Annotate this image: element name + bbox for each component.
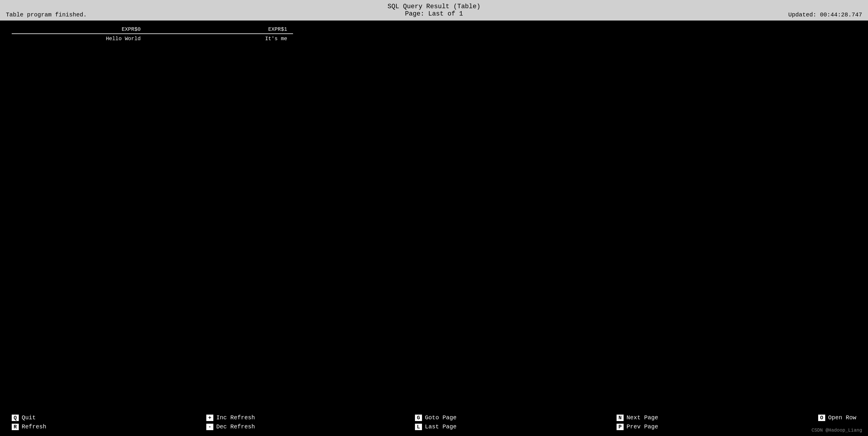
- footer-item-quit[interactable]: Q Quit: [12, 414, 46, 421]
- footer-group-goto-last: G Goto Page L Last Page: [415, 414, 457, 430]
- watermark: CSDN @Hadoop_Liang: [811, 428, 862, 433]
- label-next-page: Next Page: [626, 414, 658, 421]
- footer-item-next-page[interactable]: N Next Page: [617, 414, 658, 421]
- header-title: SQL Query Result (Table): [388, 3, 480, 10]
- table-divider: [12, 33, 293, 34]
- label-quit: Quit: [22, 414, 36, 421]
- cell-0-0: Hello World: [12, 36, 158, 41]
- header: SQL Query Result (Table) Page: Last of 1…: [0, 0, 868, 21]
- footer-group-open-row: O Open Row: [818, 414, 856, 421]
- footer-item-dec-refresh[interactable]: - Dec Refresh: [206, 424, 255, 430]
- footer: Q Quit R Refresh + Inc Refresh - Dec Ref…: [0, 408, 868, 436]
- key-p: P: [617, 424, 624, 430]
- key-plus: +: [206, 415, 213, 421]
- footer-item-prev-page[interactable]: P Prev Page: [617, 424, 658, 430]
- footer-group-next-prev: N Next Page P Prev Page: [617, 414, 658, 430]
- header-updated: Updated: 00:44:28.747: [788, 11, 862, 18]
- label-dec-refresh: Dec Refresh: [216, 424, 255, 430]
- label-goto-page: Goto Page: [425, 414, 457, 421]
- table-header-row: EXPR$0 EXPR$1: [12, 26, 856, 32]
- footer-group-quit-refresh: Q Quit R Refresh: [12, 414, 46, 430]
- col0-header: EXPR$0: [12, 26, 158, 32]
- label-refresh: Refresh: [22, 424, 46, 430]
- cell-0-1: It's me: [158, 36, 305, 41]
- label-last-page: Last Page: [425, 424, 457, 430]
- key-l: L: [415, 424, 422, 430]
- key-n: N: [617, 415, 624, 421]
- footer-item-goto-page[interactable]: G Goto Page: [415, 414, 457, 421]
- footer-item-refresh[interactable]: R Refresh: [12, 424, 46, 430]
- header-status: Table program finished.: [6, 11, 87, 18]
- key-g: G: [415, 415, 422, 421]
- key-o: O: [818, 415, 825, 421]
- table-area: EXPR$0 EXPR$1 Hello World It's me: [0, 21, 868, 48]
- col1-header: EXPR$1: [158, 26, 305, 32]
- key-minus: -: [206, 424, 213, 430]
- key-r: R: [12, 424, 19, 430]
- table-row: Hello World It's me: [12, 36, 856, 41]
- footer-item-inc-refresh[interactable]: + Inc Refresh: [206, 414, 255, 421]
- footer-item-last-page[interactable]: L Last Page: [415, 424, 457, 430]
- header-page: Page: Last of 1: [405, 10, 463, 18]
- label-open-row: Open Row: [828, 414, 856, 421]
- footer-item-open-row[interactable]: O Open Row: [818, 414, 856, 421]
- key-q: Q: [12, 415, 19, 421]
- label-prev-page: Prev Page: [626, 424, 658, 430]
- label-inc-refresh: Inc Refresh: [216, 414, 255, 421]
- footer-group-inc-dec: + Inc Refresh - Dec Refresh: [206, 414, 255, 430]
